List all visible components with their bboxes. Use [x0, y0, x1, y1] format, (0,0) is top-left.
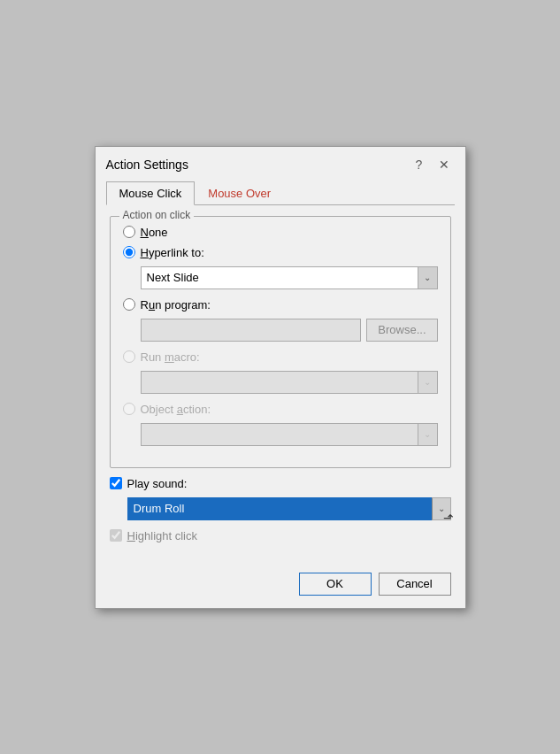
action-settings-dialog: Action Settings ? ✕ Mouse Click Mouse Ov… [95, 146, 466, 609]
play-sound-checkbox[interactable] [110, 477, 122, 489]
tab-mouse-over[interactable]: Mouse Over [195, 181, 284, 205]
run-macro-dropdown-row: ⌄ [141, 371, 438, 394]
run-macro-label: Run macro: [141, 350, 200, 364]
highlight-click-label: Highlight click [127, 529, 197, 542]
none-radio[interactable] [123, 226, 135, 238]
sound-dropdown-wrap: Drum Roll ⌄ ⬏ [127, 497, 451, 520]
none-option-row: None [123, 226, 438, 239]
run-program-row: Browse... [141, 319, 438, 342]
dialog-title: Action Settings [106, 158, 188, 172]
run-program-label: Run program: [141, 298, 211, 312]
play-sound-row: Play sound: [110, 477, 451, 490]
action-group: Action on click None Hyperlink to: Next … [110, 216, 451, 468]
hyperlink-radio[interactable] [123, 246, 135, 258]
object-action-dropdown [141, 423, 418, 446]
run-macro-dropdown-arrow: ⌄ [418, 371, 438, 394]
title-bar: Action Settings ? ✕ [96, 147, 465, 175]
run-macro-radio[interactable] [123, 350, 135, 363]
play-sound-label: Play sound: [127, 477, 188, 490]
highlight-click-checkbox[interactable] [110, 529, 122, 542]
extras-section: Play sound: Drum Roll ⌄ ⬏ Highlight clic… [110, 468, 451, 542]
hyperlink-label: Hyperlink to: [141, 246, 204, 259]
tab-mouse-click[interactable]: Mouse Click [106, 181, 196, 205]
highlight-click-row: Highlight click [110, 529, 451, 542]
object-action-dropdown-arrow: ⌄ [418, 423, 438, 446]
sound-dropdown[interactable]: Drum Roll [127, 497, 432, 520]
hyperlink-dropdown-arrow[interactable]: ⌄ [418, 266, 438, 289]
object-action-dropdown-row: ⌄ [141, 423, 438, 446]
run-macro-dropdown [141, 371, 418, 394]
cursor-icon: ⬏ [443, 511, 454, 525]
run-program-radio[interactable] [123, 298, 135, 311]
title-controls: ? ✕ [409, 154, 455, 175]
ok-button[interactable]: OK [299, 573, 372, 596]
group-label: Action on click [119, 209, 195, 221]
none-label: None [141, 226, 168, 239]
object-action-option-row: Object action: [123, 403, 438, 416]
hyperlink-dropdown[interactable]: Next Slide [141, 266, 418, 289]
hyperlink-option-row: Hyperlink to: [123, 246, 438, 259]
run-program-input[interactable] [141, 319, 362, 342]
sound-dropdown-arrow[interactable]: ⌄ ⬏ [432, 497, 451, 520]
object-action-label: Object action: [141, 403, 211, 416]
object-action-radio[interactable] [123, 403, 135, 415]
dialog-footer: OK Cancel [96, 564, 465, 608]
tab-bar: Mouse Click Mouse Over [96, 175, 465, 204]
browse-button[interactable]: Browse... [366, 319, 437, 342]
dialog-content: Action on click None Hyperlink to: Next … [96, 205, 465, 564]
run-program-option-row: Run program: [123, 298, 438, 312]
help-button[interactable]: ? [409, 154, 430, 175]
hyperlink-dropdown-row: Next Slide ⌄ [141, 266, 438, 289]
run-macro-option-row: Run macro: [123, 350, 438, 364]
cancel-button[interactable]: Cancel [379, 573, 451, 596]
close-button[interactable]: ✕ [433, 154, 455, 175]
